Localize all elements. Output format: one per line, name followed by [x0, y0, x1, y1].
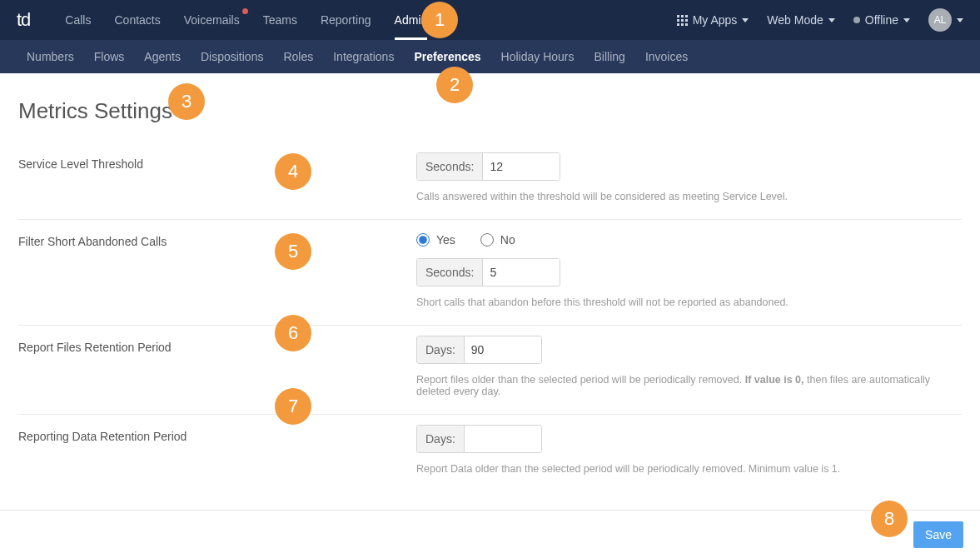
annotation-badge-4: 4	[275, 153, 311, 190]
subnav-invoices[interactable]: Invoices	[635, 40, 698, 73]
radio-no[interactable]: No	[480, 233, 515, 247]
input-group-seconds: Seconds:	[416, 258, 560, 286]
avatar: AL	[928, 8, 952, 32]
service-level-seconds-input[interactable]	[483, 153, 560, 180]
apps-grid-icon	[677, 15, 688, 26]
save-button[interactable]: Save	[913, 521, 963, 548]
nav-calls[interactable]: Calls	[53, 0, 102, 40]
chevron-down-icon	[742, 18, 749, 22]
subnav-label: Integrations	[333, 50, 394, 63]
status-dropdown[interactable]: Offline	[853, 13, 910, 27]
row-service-level: Service Level Threshold Seconds: Calls a…	[18, 142, 962, 220]
filter-short-seconds-input[interactable]	[483, 259, 560, 286]
help-text: Short calls that abandon before this thr…	[416, 296, 962, 308]
help-text-bold: If value is 0,	[745, 374, 804, 386]
page-title: Metrics Settings	[18, 98, 962, 124]
top-nav-left: Calls Contacts Voicemails Teams Reportin…	[53, 0, 439, 40]
annotation-badge-8: 8	[871, 501, 908, 537]
reporting-data-days-input[interactable]	[465, 426, 541, 452]
myapps-label: My Apps	[693, 13, 738, 27]
help-text-part: Report files older than the selected per…	[416, 374, 745, 386]
row-control: Seconds: Calls answered within the thres…	[416, 152, 962, 202]
radio-yes-input[interactable]	[416, 233, 430, 247]
annotation-badge-2: 2	[436, 67, 473, 103]
row-control: Days: Report Data older than the selecte…	[416, 425, 962, 475]
subnav-integrations[interactable]: Integrations	[323, 40, 404, 73]
nav-teams[interactable]: Teams	[251, 0, 309, 40]
subnav-label: Billing	[594, 50, 625, 63]
help-text: Report files older than the selected per…	[416, 374, 962, 397]
footer: Save	[0, 510, 980, 558]
annotation-badge-3: 3	[168, 83, 205, 120]
radio-no-label: No	[500, 233, 515, 247]
status-dot-icon	[853, 17, 860, 23]
subnav-label: Dispositions	[201, 50, 263, 63]
notification-dot-icon	[242, 8, 248, 14]
webmode-dropdown[interactable]: Web Mode	[767, 13, 834, 27]
input-addon: Days:	[417, 336, 465, 363]
status-label: Offline	[865, 13, 898, 27]
logo: td	[17, 9, 30, 31]
row-control: Yes No Seconds: Short calls that abandon…	[416, 230, 962, 308]
subnav-label: Numbers	[27, 50, 74, 63]
subnav-label: Holiday Hours	[501, 50, 575, 63]
subnav-holiday-hours[interactable]: Holiday Hours	[491, 40, 585, 73]
input-group-seconds: Seconds:	[416, 152, 560, 181]
nav-label: Contacts	[114, 13, 160, 27]
nav-reporting[interactable]: Reporting	[309, 0, 383, 40]
subnav-dispositions[interactable]: Dispositions	[191, 40, 273, 73]
radio-yes-label: Yes	[436, 233, 455, 247]
report-files-days-input[interactable]	[465, 336, 541, 363]
row-reporting-data: Reporting Data Retention Period Days: Re…	[18, 415, 962, 491]
subnav-label: Roles	[283, 50, 313, 63]
annotation-badge-1: 1	[421, 2, 458, 38]
row-label: Report Files Retention Period	[18, 336, 416, 397]
content: Metrics Settings Service Level Threshold…	[0, 73, 980, 491]
subnav-roles[interactable]: Roles	[273, 40, 323, 73]
nav-label: Reporting	[321, 13, 371, 27]
annotation-badge-7: 7	[275, 388, 311, 425]
annotation-badge-6: 6	[275, 315, 311, 351]
input-group-days: Days:	[416, 336, 542, 364]
row-label: Reporting Data Retention Period	[18, 425, 416, 475]
subnav-label: Preferences	[414, 50, 480, 63]
row-control: Days: Report files older than the select…	[416, 336, 962, 397]
myapps-dropdown[interactable]: My Apps	[677, 13, 749, 27]
subnav-label: Flows	[94, 50, 125, 63]
nav-label: Teams	[263, 13, 297, 27]
nav-contacts[interactable]: Contacts	[102, 0, 172, 40]
subnav-label: Agents	[144, 50, 181, 63]
webmode-label: Web Mode	[767, 13, 823, 27]
input-addon: Seconds:	[417, 259, 483, 286]
row-label: Filter Short Abandoned Calls	[18, 230, 416, 308]
subnav-numbers[interactable]: Numbers	[17, 40, 84, 73]
radio-yes[interactable]: Yes	[416, 233, 455, 247]
help-text: Calls answered within the threshold will…	[416, 191, 962, 202]
row-label: Service Level Threshold	[18, 152, 416, 202]
top-nav-right: My Apps Web Mode Offline AL	[677, 8, 963, 32]
user-menu[interactable]: AL	[928, 8, 963, 32]
nav-label: Calls	[65, 13, 91, 27]
nav-label: Voicemails	[184, 13, 240, 27]
subnav-agents[interactable]: Agents	[134, 40, 191, 73]
nav-voicemails[interactable]: Voicemails	[172, 0, 251, 40]
annotation-badge-5: 5	[275, 233, 311, 270]
chevron-down-icon	[903, 18, 910, 22]
subnav-flows[interactable]: Flows	[84, 40, 135, 73]
input-group-days: Days:	[416, 425, 542, 453]
chevron-down-icon	[828, 18, 835, 22]
help-text: Report Data older than the selected peri…	[416, 463, 962, 475]
subnav-billing[interactable]: Billing	[585, 40, 635, 73]
row-report-files: Report Files Retention Period Days: Repo…	[18, 326, 962, 415]
radio-group: Yes No	[416, 233, 962, 247]
top-nav: td Calls Contacts Voicemails Teams Repor…	[0, 0, 980, 40]
chevron-down-icon	[957, 18, 963, 22]
subnav-label: Invoices	[645, 50, 688, 63]
input-addon: Seconds:	[417, 153, 483, 180]
radio-no-input[interactable]	[480, 233, 494, 247]
input-addon: Days:	[417, 426, 465, 452]
sub-nav: Numbers Flows Agents Dispositions Roles …	[0, 40, 980, 73]
row-filter-short: Filter Short Abandoned Calls Yes No Seco…	[18, 220, 962, 326]
